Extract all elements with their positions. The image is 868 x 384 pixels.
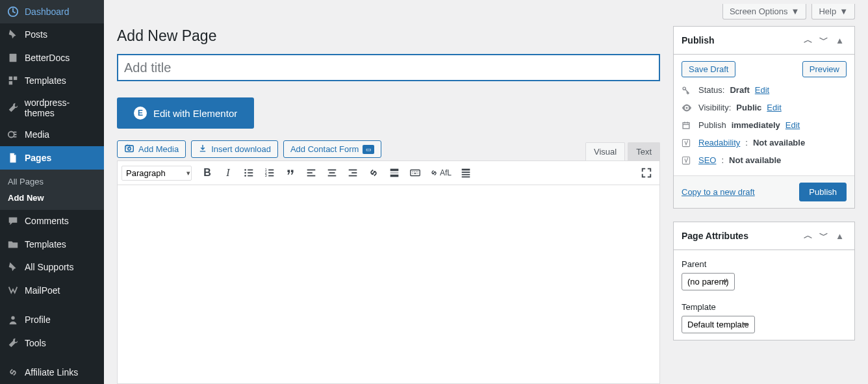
sidebar-item-all-supports[interactable]: All Supports: [0, 256, 104, 279]
read-more-button[interactable]: [385, 164, 403, 182]
add-media-button[interactable]: Add Media: [117, 140, 186, 158]
sidebar-item-posts[interactable]: Posts: [0, 23, 104, 47]
align-left-button[interactable]: [302, 164, 320, 182]
sidebar-item-label: Media: [25, 129, 49, 140]
keyboard-button[interactable]: [406, 164, 424, 182]
parent-label: Parent: [682, 259, 847, 269]
publish-title: Publish: [682, 35, 715, 45]
svg-point-5: [8, 132, 14, 138]
page-icon: [6, 151, 19, 164]
tab-text[interactable]: Text: [628, 142, 660, 160]
triangle-up-icon[interactable]: ▴: [832, 33, 847, 47]
fullscreen-button[interactable]: [637, 164, 656, 182]
sidebar-item-mailpoet[interactable]: MailPoet: [0, 279, 104, 302]
pin-icon: [6, 28, 19, 41]
download-icon: [198, 144, 207, 155]
tab-visual[interactable]: Visual: [585, 142, 625, 160]
sidebar-item-templates-2[interactable]: Templates: [0, 233, 104, 256]
status-value: Draft: [730, 85, 749, 95]
copy-to-new-draft-link[interactable]: Copy to a new draft: [682, 187, 755, 197]
help-button[interactable]: Help ▼: [811, 4, 855, 19]
sidebar-item-comments[interactable]: Comments: [0, 210, 104, 233]
status-label: Status:: [698, 85, 724, 95]
folder-icon: [6, 238, 19, 251]
publish-time-label: Publish: [698, 120, 726, 130]
svg-rect-41: [683, 122, 689, 128]
calendar-icon: [682, 121, 693, 130]
editor-toolbar: Paragraph B I 123 AfL: [117, 160, 660, 185]
bold-button[interactable]: B: [198, 164, 216, 182]
submenu-all-pages[interactable]: All Pages: [0, 173, 104, 190]
svg-rect-4: [9, 81, 12, 84]
sidebar-item-media[interactable]: Media: [0, 123, 104, 146]
sidebar-item-betterdocs[interactable]: BetterDocs: [0, 46, 104, 70]
afl-link-button[interactable]: AfL: [427, 164, 454, 182]
svg-rect-21: [268, 175, 274, 177]
screen-options-button[interactable]: Screen Options ▼: [722, 4, 806, 19]
toggle-toolbar-button[interactable]: [457, 164, 475, 182]
bullet-list-button[interactable]: [240, 164, 258, 182]
sidebar-item-label: Templates: [25, 239, 66, 250]
chevron-up-icon[interactable]: ︿: [801, 229, 815, 243]
sidebar-item-profile[interactable]: Profile: [0, 309, 104, 332]
triangle-up-icon[interactable]: ▴: [832, 229, 847, 243]
save-draft-button[interactable]: Save Draft: [682, 61, 735, 77]
elementor-icon: E: [134, 107, 147, 120]
svg-rect-30: [349, 175, 357, 177]
align-center-button[interactable]: [323, 164, 341, 182]
sidebar-item-label: Posts: [25, 29, 47, 40]
link-button[interactable]: [364, 164, 383, 182]
publish-time-edit-link[interactable]: Edit: [785, 120, 800, 130]
svg-point-11: [244, 172, 246, 174]
svg-rect-33: [390, 175, 399, 177]
content-editor[interactable]: [117, 185, 660, 384]
template-select[interactable]: Default template: [682, 316, 755, 333]
status-edit-link[interactable]: Edit: [755, 85, 769, 95]
sidebar-item-label: Dashboard: [25, 6, 70, 17]
title-input[interactable]: [117, 54, 660, 81]
preview-button[interactable]: Preview: [802, 61, 847, 77]
svg-rect-32: [390, 172, 399, 173]
submenu-add-new[interactable]: Add New: [0, 190, 104, 206]
quote-button[interactable]: [281, 164, 300, 182]
media-icon: [6, 128, 19, 141]
italic-button[interactable]: I: [219, 164, 237, 182]
sidebar-submenu-pages: All Pages Add New: [0, 170, 104, 210]
sidebar-item-label: wordpress-themes: [25, 97, 99, 118]
parent-select[interactable]: (no parent): [682, 273, 735, 290]
chevron-up-icon[interactable]: ︿: [801, 33, 815, 47]
sidebar-item-pages[interactable]: Pages: [0, 146, 104, 170]
readability-link[interactable]: Readability: [698, 138, 740, 147]
svg-rect-34: [411, 170, 420, 176]
seo-link[interactable]: SEO: [698, 155, 716, 165]
sidebar-item-label: Pages: [25, 153, 51, 163]
publish-metabox: Publish ︿ ﹀ ▴ Save Draft Preview: [673, 26, 855, 209]
sidebar-item-dashboard[interactable]: Dashboard: [0, 0, 104, 23]
sidebar-item-label: MailPoet: [25, 285, 60, 296]
align-right-button[interactable]: [344, 164, 362, 182]
add-contact-form-button[interactable]: Add Contact Form ▭: [283, 140, 382, 158]
visibility-edit-link[interactable]: Edit: [767, 103, 781, 112]
sidebar-item-templates[interactable]: Templates: [0, 70, 104, 93]
yoast-icon: [682, 138, 693, 147]
wrench-icon: [6, 101, 19, 114]
svg-rect-13: [248, 170, 253, 171]
chevron-down-icon: ▼: [791, 6, 800, 16]
number-list-button[interactable]: 123: [261, 164, 279, 182]
publish-button[interactable]: Publish: [799, 183, 847, 201]
svg-rect-19: [268, 170, 274, 171]
insert-download-button[interactable]: Insert download: [191, 140, 278, 158]
svg-rect-3: [14, 77, 17, 80]
user-icon: [6, 313, 19, 326]
chevron-down-icon[interactable]: ﹀: [817, 229, 831, 243]
chevron-down-icon[interactable]: ﹀: [817, 33, 831, 47]
sidebar-item-affiliate-links[interactable]: Affiliate Links: [0, 361, 104, 384]
sidebar-item-label: Tools: [25, 338, 46, 348]
svg-rect-22: [307, 170, 316, 171]
sidebar-item-label: Templates: [25, 75, 66, 86]
sidebar-item-tools[interactable]: Tools: [0, 331, 104, 355]
format-select[interactable]: Paragraph: [121, 166, 192, 181]
sidebar-item-wordpress-themes[interactable]: wordpress-themes: [0, 92, 104, 123]
sidebar-item-label: Profile: [25, 314, 51, 325]
edit-with-elementor-button[interactable]: E Edit with Elementor: [117, 97, 254, 129]
